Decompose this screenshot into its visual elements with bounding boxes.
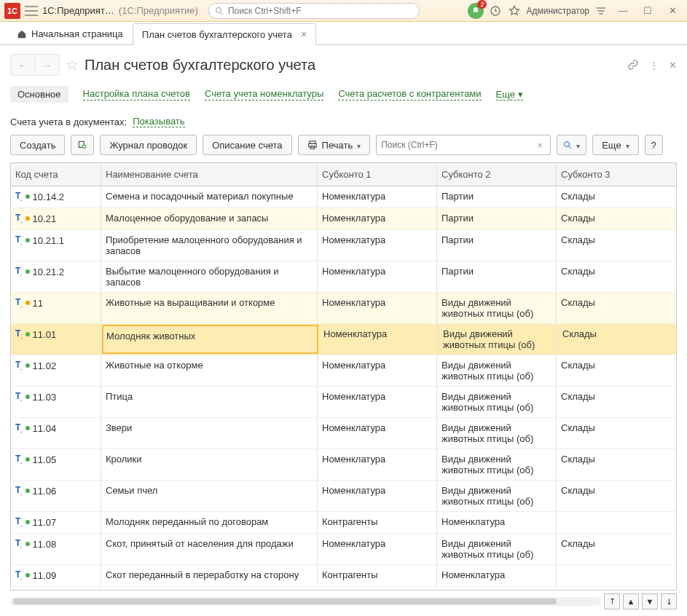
- table-row[interactable]: T.10.21.2Выбытие малоценного оборудовани…: [11, 261, 676, 293]
- window-minimize[interactable]: —: [613, 4, 633, 18]
- horizontal-scrollbar[interactable]: [10, 597, 601, 606]
- cell-code: 10.14.2: [33, 191, 64, 202]
- search-advanced-button[interactable]: [557, 135, 586, 155]
- cell-code: 11.02: [33, 360, 57, 371]
- table-row[interactable]: T.11.04ЗвериНоменклатураВиды движений жи…: [11, 418, 676, 449]
- cell-subconto1: Номенклатура: [319, 324, 439, 355]
- user-label[interactable]: Администратор: [526, 6, 589, 16]
- nav-forward-button[interactable]: →: [35, 54, 60, 76]
- status-dot-icon: [25, 194, 30, 199]
- link-icon[interactable]: [627, 59, 639, 71]
- tab-chart-of-accounts[interactable]: План счетов бухгалтерского учета ×: [133, 23, 316, 45]
- app-title: 1С:Предприят…: [42, 5, 114, 16]
- scroll-up-button[interactable]: ▲: [623, 593, 639, 609]
- cell-subconto2: Партии: [437, 186, 557, 208]
- status-dot-icon: [25, 520, 30, 524]
- window-close[interactable]: ✕: [662, 4, 683, 18]
- scroll-top-button[interactable]: ⤒: [604, 593, 620, 609]
- svg-point-0: [216, 7, 221, 12]
- notifications-button[interactable]: 2: [468, 3, 484, 19]
- cell-subconto1: Номенклатура: [318, 534, 437, 564]
- settings-lines-icon[interactable]: [594, 4, 608, 18]
- account-type-icon: T.: [15, 391, 23, 403]
- tab-close-icon[interactable]: ×: [301, 28, 307, 40]
- history-icon[interactable]: [488, 4, 503, 18]
- scroll-down-button[interactable]: ▼: [642, 593, 658, 609]
- table-row[interactable]: T.11.08Скот, принятый от населения для п…: [11, 534, 676, 565]
- cell-subconto3: Склады: [557, 418, 676, 449]
- docs-visibility-link[interactable]: Показывать: [133, 116, 184, 127]
- help-button[interactable]: ?: [645, 135, 663, 155]
- table-row[interactable]: T.11.07Молодняк переданный по договорамК…: [11, 512, 676, 534]
- grid-body[interactable]: T.10.14.2Семена и посадочный материал по…: [11, 186, 676, 590]
- subnav-contragent-accounts[interactable]: Счета расчетов с контрагентами: [338, 88, 481, 100]
- create-button[interactable]: Создать: [10, 135, 65, 155]
- grid-header: Код счета Наименование счета Субконто 1 …: [11, 163, 676, 186]
- cell-code: 11.04: [33, 423, 57, 434]
- cell-subconto3: Склады: [557, 261, 676, 292]
- table-row[interactable]: T.10.21Малоценное оборудование и запасыН…: [11, 208, 676, 230]
- kebab-menu-icon[interactable]: ⋮: [649, 60, 659, 71]
- table-row[interactable]: T.11.02Животные на откормеНоменклатураВи…: [11, 355, 676, 387]
- cell-subconto3: Склады: [557, 293, 676, 323]
- col-subconto3[interactable]: Субконто 3: [557, 163, 676, 186]
- print-button[interactable]: Печать: [298, 135, 371, 155]
- subnav-main[interactable]: Основное: [10, 86, 68, 103]
- more-button[interactable]: Еще: [592, 135, 638, 155]
- table-row[interactable]: T.10.14.2Семена и посадочный материал по…: [11, 186, 676, 208]
- table-row[interactable]: T.11.09Скот переданный в переработку на …: [11, 565, 676, 587]
- cell-subconto1: Номенклатура: [318, 449, 437, 480]
- account-type-icon: T.: [15, 234, 23, 246]
- window-maximize[interactable]: ☐: [637, 4, 658, 18]
- local-search-input[interactable]: [381, 140, 534, 150]
- table-row[interactable]: T.11Животные на выращивании и откормеНом…: [11, 293, 676, 324]
- cell-name: Молодняк животных: [102, 325, 318, 354]
- status-dot-icon: [25, 269, 30, 274]
- scroll-bottom-button[interactable]: ⤓: [661, 593, 677, 609]
- col-subconto2[interactable]: Субконто 2: [437, 163, 557, 186]
- describe-account-button[interactable]: Описание счета: [203, 135, 291, 155]
- table-row[interactable]: T.10.21.1Приобретение малоценного оборуд…: [11, 230, 676, 261]
- main-menu-icon[interactable]: [25, 6, 38, 16]
- cell-subconto2: Виды движений животных птицы (об): [437, 481, 557, 511]
- status-dot-icon: [25, 238, 30, 242]
- page-close-icon[interactable]: ✕: [669, 60, 677, 71]
- clear-search-icon[interactable]: ×: [535, 140, 546, 151]
- nav-back-button[interactable]: ←: [10, 54, 35, 76]
- col-name[interactable]: Наименование счета: [101, 163, 318, 186]
- col-subconto1[interactable]: Субконто 1: [318, 163, 437, 186]
- tab-home[interactable]: Начальная страница: [7, 23, 133, 44]
- cell-name: Малоценное оборудование и запасы: [101, 208, 318, 229]
- account-type-icon: T.: [15, 266, 23, 277]
- subnav-nomenclature-accounts[interactable]: Счета учета номенклатуры: [205, 88, 323, 100]
- create-copy-button[interactable]: [71, 135, 94, 155]
- global-search-input[interactable]: [228, 6, 413, 16]
- cell-name: Молодняк переданный по договорам: [101, 512, 318, 533]
- cell-name: Животные на выращивании и откорме: [101, 293, 318, 323]
- cell-subconto3: [557, 565, 676, 586]
- subnav-more[interactable]: Еще ▾: [496, 89, 523, 100]
- cell-code: 11.06: [33, 486, 57, 497]
- table-row[interactable]: T.11.03ПтицаНоменклатураВиды движений жи…: [11, 387, 676, 418]
- status-dot-icon: [25, 216, 30, 221]
- status-dot-icon: [25, 573, 30, 577]
- tab-active-label: План счетов бухгалтерского учета: [142, 29, 292, 40]
- account-type-icon: T.: [15, 485, 23, 497]
- favorites-icon[interactable]: [507, 4, 522, 18]
- app-title-mode: (1С:Предприятие): [119, 5, 198, 16]
- app-logo-icon: 1C: [4, 3, 20, 19]
- journal-button[interactable]: Журнал проводок: [100, 135, 197, 155]
- local-search[interactable]: ×: [376, 135, 551, 155]
- table-row[interactable]: T.11.01Молодняк животныхНоменклатураВиды…: [11, 324, 676, 355]
- cell-subconto3: Склады: [557, 186, 676, 208]
- col-code[interactable]: Код счета: [11, 163, 101, 186]
- global-search[interactable]: [208, 3, 420, 19]
- status-dot-icon: [25, 363, 30, 368]
- table-row[interactable]: T.11.05КроликиНоменклатураВиды движений …: [11, 449, 676, 481]
- cell-code: 11.05: [33, 454, 57, 465]
- subnav-plan-settings[interactable]: Настройка плана счетов: [83, 88, 190, 100]
- chevron-down-icon: [576, 140, 580, 151]
- table-row[interactable]: T.11.06Семьи пчелНоменклатураВиды движен…: [11, 481, 676, 512]
- favorite-star-icon[interactable]: ☆: [66, 56, 79, 74]
- cell-name: Животные на откорме: [101, 355, 318, 386]
